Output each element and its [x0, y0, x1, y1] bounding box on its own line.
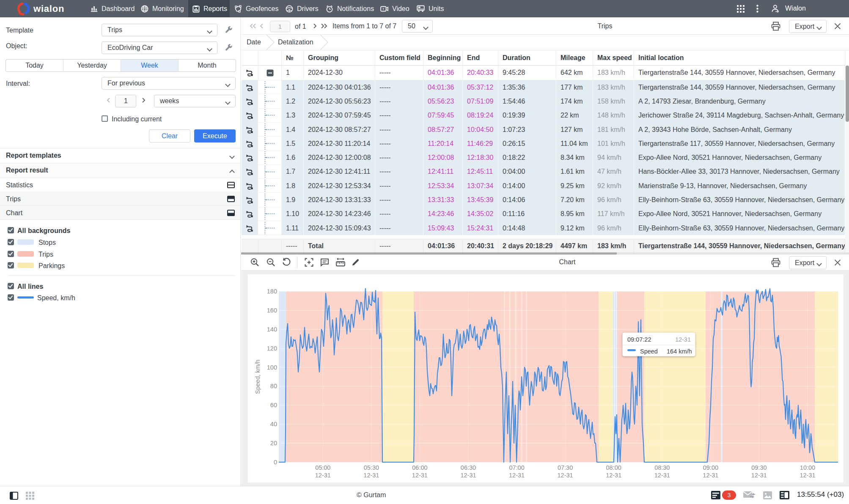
- svg-text:09:00: 09:00: [703, 464, 718, 471]
- svg-text:07:00: 07:00: [509, 464, 524, 471]
- svg-text:164 km/h: 164 km/h: [667, 348, 692, 355]
- svg-text:09:30: 09:30: [751, 464, 767, 471]
- svg-text:06:00: 06:00: [412, 464, 427, 471]
- svg-text:12-31: 12-31: [654, 472, 670, 479]
- svg-text:Speed: Speed: [640, 348, 658, 355]
- svg-text:12-31: 12-31: [606, 472, 621, 479]
- svg-text:08:00: 08:00: [606, 464, 621, 471]
- svg-text:06:30: 06:30: [461, 464, 476, 471]
- svg-text:05:30: 05:30: [364, 464, 379, 471]
- svg-text:12-31: 12-31: [800, 472, 815, 479]
- svg-text:60: 60: [270, 402, 277, 408]
- svg-text:07:30: 07:30: [558, 464, 573, 471]
- svg-text:12-31: 12-31: [675, 336, 691, 343]
- svg-text:05:00: 05:00: [315, 464, 330, 471]
- svg-text:Speed, km/h: Speed, km/h: [254, 359, 261, 394]
- svg-text:180: 180: [267, 288, 277, 295]
- svg-text:0: 0: [274, 459, 277, 466]
- svg-text:160: 160: [267, 307, 277, 314]
- svg-text:12-31: 12-31: [751, 472, 767, 479]
- svg-text:100: 100: [267, 364, 277, 371]
- svg-text:12-31: 12-31: [460, 472, 476, 479]
- svg-text:12-31: 12-31: [315, 472, 331, 479]
- svg-text:12-31: 12-31: [558, 472, 573, 479]
- svg-text:80: 80: [270, 383, 277, 389]
- svg-text:120: 120: [267, 345, 277, 352]
- svg-text:08:30: 08:30: [654, 464, 670, 471]
- svg-text:12-31: 12-31: [363, 472, 379, 479]
- svg-text:20: 20: [270, 440, 277, 446]
- svg-text:140: 140: [267, 326, 277, 333]
- svg-text:09:07:22: 09:07:22: [627, 336, 651, 343]
- svg-text:12-31: 12-31: [509, 472, 525, 479]
- svg-text:10:00: 10:00: [800, 464, 815, 471]
- svg-text:12-31: 12-31: [412, 472, 428, 479]
- svg-text:40: 40: [270, 421, 277, 427]
- svg-text:12-31: 12-31: [703, 472, 718, 479]
